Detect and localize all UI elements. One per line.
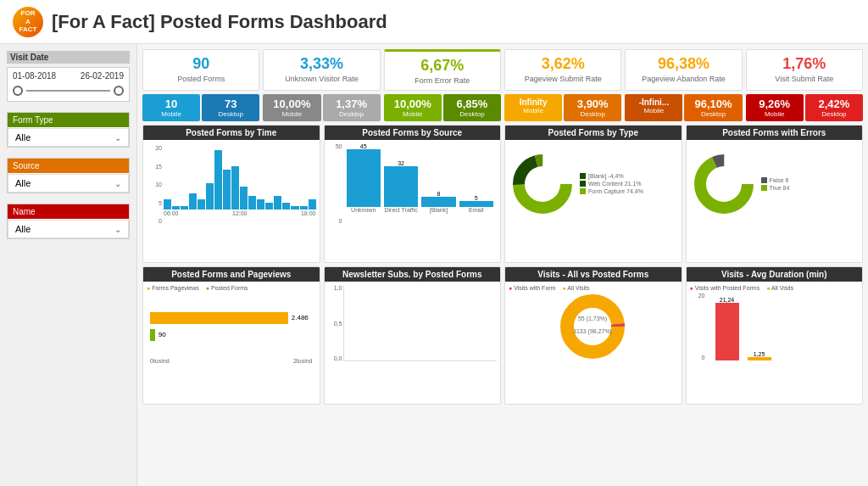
name-select[interactable]: Alle ⌄ bbox=[8, 220, 129, 238]
kpi-mini-desktop-3: 6,85% Desktop bbox=[443, 94, 501, 121]
kpi-mini-value: 9,26% bbox=[751, 98, 798, 110]
kpi-row-1: 90 Posted Forms 3,33% Unknown Visitor Ra… bbox=[142, 49, 863, 91]
chart-title: Newsletter Subs. by Posted Forms bbox=[325, 267, 501, 282]
logo: FORAFACT bbox=[13, 7, 43, 37]
form-type-value: Alle bbox=[15, 132, 31, 142]
date-slider[interactable] bbox=[13, 84, 124, 98]
name-value: Alle bbox=[15, 224, 31, 234]
main-layout: Visit Date 01-08-2018 26-02-2019 F bbox=[0, 44, 868, 486]
kpi-label: Pageview Abandon Rate bbox=[632, 75, 734, 83]
duration-bar-all: 1,25 bbox=[748, 351, 771, 360]
kpi-mini-value: 10,00% bbox=[268, 98, 315, 110]
kpi-pair-2: 10,00% Mobile 1,37% Desktop bbox=[263, 94, 380, 121]
source-section: Source Alle ⌄ bbox=[7, 158, 130, 193]
chart-by-type: Posted Forms by Type [Blank] -4,4% Web C… bbox=[504, 125, 682, 263]
duration-legend: ● Visits with Posted Forms ● All Visits bbox=[690, 285, 860, 291]
kpi-pair-3: 10,00% Mobile 6,85% Desktop bbox=[384, 94, 501, 121]
y-axis-newsletter: 1,00,50,0 bbox=[328, 285, 343, 361]
form-type-section: Form Type Alle ⌄ bbox=[7, 112, 130, 148]
type-donut-chart bbox=[509, 150, 576, 218]
bar bbox=[164, 199, 171, 209]
errors-legend: False 6 True 84 bbox=[761, 177, 790, 191]
bar bbox=[282, 203, 290, 209]
visit-date-label: Visit Date bbox=[7, 51, 130, 64]
y-axis-source: 500 bbox=[328, 143, 343, 224]
duration-bar-visits: 21,24 bbox=[715, 297, 739, 360]
kpi-visit-submit: 1,76% Visit Submit Rate bbox=[746, 49, 863, 91]
kpi-mini-value: 6,85% bbox=[448, 98, 496, 110]
type-legend: [Blank] -4,4% Web Content 21,1% Form Cap… bbox=[580, 173, 643, 194]
kpi-pair-1: 10 Mobile 73 Desktop bbox=[142, 94, 259, 121]
kpi-mini-desktop-1: 73 Desktop bbox=[202, 94, 259, 121]
slider-right-handle[interactable] bbox=[114, 86, 124, 96]
kpi-mini-label: Desktop bbox=[448, 110, 496, 118]
kpi-mini-label: Mobile bbox=[389, 110, 437, 118]
x-labels-pageviews: 0tusind2tusind bbox=[147, 358, 316, 364]
chart-title: Visits - Avg Duration (min) bbox=[687, 267, 863, 282]
source-bar-direct: 32 bbox=[384, 160, 418, 207]
source-select[interactable]: Alle ⌄ bbox=[8, 174, 129, 193]
kpi-mini-value: 3,90% bbox=[569, 98, 616, 110]
kpi-label: Pageview Submit Rate bbox=[512, 75, 614, 83]
chevron-down-icon: ⌄ bbox=[114, 225, 121, 234]
y-axis-time: 20151050 bbox=[147, 143, 164, 224]
kpi-mini-value: 10,00% bbox=[389, 98, 437, 110]
x-labels-time: 06:0012:0018:00 bbox=[164, 209, 316, 217]
duration-val-2: 1,25 bbox=[754, 351, 765, 357]
kpi-posted-forms: 90 Posted Forms bbox=[142, 49, 259, 91]
bar bbox=[274, 196, 281, 209]
kpi-mini-value: 2,42% bbox=[810, 98, 858, 110]
kpi-mini-label: Desktop bbox=[569, 110, 616, 118]
form-type-select[interactable]: Alle ⌄ bbox=[8, 128, 129, 147]
kpi-value: 96,38% bbox=[632, 55, 734, 73]
kpi-mini-desktop-5: 96,10% Desktop bbox=[684, 94, 742, 121]
kpi-label: Unknown Visitor Rate bbox=[270, 75, 372, 83]
form-type-label: Form Type bbox=[8, 113, 129, 127]
chevron-down-icon: ⌄ bbox=[114, 179, 121, 188]
chart-visits-all: Visits - All vs Posted Forms ● Visits wi… bbox=[504, 266, 682, 405]
name-section: Name Alle ⌄ bbox=[7, 204, 130, 239]
slider-left-handle[interactable] bbox=[13, 86, 23, 96]
kpi-mini-value: 1,37% bbox=[328, 98, 376, 110]
kpi-label: Posted Forms bbox=[150, 75, 252, 83]
svg-point-3 bbox=[526, 167, 559, 201]
chart-with-errors: Posted Forms with Errors False 6 True 84 bbox=[686, 125, 864, 263]
kpi-pageview-abandon: 96,38% Pageview Abandon Rate bbox=[625, 49, 742, 91]
kpi-mini-mobile-5: -Infini... Mobile bbox=[625, 94, 682, 121]
chart-title: Visits - All vs Posted Forms bbox=[505, 267, 682, 282]
kpi-value: 6,67% bbox=[392, 57, 493, 75]
bar bbox=[189, 193, 197, 210]
chart-title: Posted Forms by Type bbox=[505, 126, 682, 140]
name-filter: Name Alle ⌄ bbox=[7, 204, 130, 239]
kpi-label: Form Error Rate bbox=[392, 76, 493, 85]
chart-title: Posted Forms and Pageviews bbox=[143, 267, 320, 282]
page-title: [For A Fact] Posted Forms Dashboard bbox=[52, 11, 387, 33]
bar bbox=[309, 199, 316, 209]
kpi-mini-label: Mobile bbox=[268, 110, 315, 118]
kpi-value: 3,33% bbox=[270, 55, 372, 73]
kpi-mini-label: Desktop bbox=[328, 110, 376, 118]
kpi-mini-value: 96,10% bbox=[689, 98, 737, 110]
chart-title: Posted Forms by Time bbox=[143, 126, 320, 140]
bar bbox=[248, 196, 256, 209]
duration-val-1: 21,24 bbox=[720, 297, 735, 303]
bar bbox=[198, 199, 205, 209]
newsletter-area bbox=[343, 285, 498, 361]
kpi-row-2: 10 Mobile 73 Desktop 10,00% Mobile bbox=[142, 94, 863, 121]
kpi-pair-4: Infinity Mobile 3,90% Desktop bbox=[504, 94, 621, 121]
charts-grid: Posted Forms by Time 20151050 bbox=[142, 125, 863, 405]
bar bbox=[223, 170, 231, 209]
source-value: Alle bbox=[15, 178, 31, 188]
source-bar-blank: 8 bbox=[421, 191, 455, 207]
kpi-mini-value: 10 bbox=[147, 98, 195, 110]
chart-visits-duration: Visits - Avg Duration (min) ● Visits wit… bbox=[686, 266, 864, 405]
date-range-control[interactable]: 01-08-2018 26-02-2019 bbox=[7, 67, 130, 102]
bar bbox=[240, 187, 248, 209]
name-label: Name bbox=[8, 204, 129, 219]
chart-by-source: Posted Forms by Source 500 45 bbox=[324, 125, 502, 263]
chart-by-time: Posted Forms by Time 20151050 bbox=[142, 125, 320, 263]
kpi-value: 3,62% bbox=[512, 55, 614, 73]
svg-point-9 bbox=[574, 308, 611, 345]
kpi-label: Visit Submit Rate bbox=[754, 75, 855, 83]
kpi-mini-label: Desktop bbox=[810, 110, 858, 118]
